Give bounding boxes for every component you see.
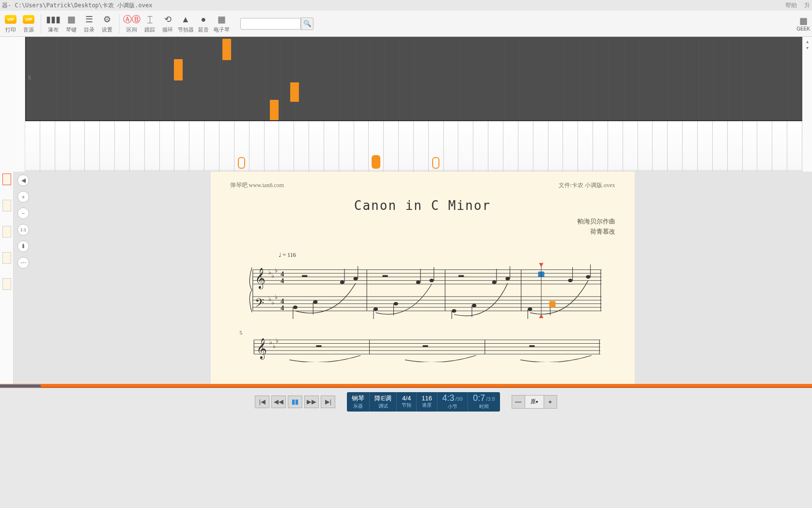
tempo-info[interactable]: 116 速度 <box>417 392 437 412</box>
white-key[interactable] <box>250 121 265 172</box>
white-key[interactable] <box>219 121 234 172</box>
page-down-button[interactable]: ⬇ <box>17 240 29 252</box>
sustain-button[interactable]: ● 延音 <box>195 12 212 35</box>
white-key[interactable] <box>145 121 160 172</box>
white-key[interactable] <box>204 121 219 172</box>
source-button[interactable]: VIP 音源 <box>20 12 37 35</box>
metronome-button[interactable]: ▲ 节拍器 <box>177 12 194 35</box>
search-input[interactable] <box>240 18 301 30</box>
white-key[interactable] <box>473 121 488 172</box>
white-key[interactable] <box>623 121 638 172</box>
forward-button[interactable]: ▶▶ <box>304 396 319 408</box>
expand-down-icon[interactable]: ▾ <box>806 45 809 50</box>
white-key[interactable] <box>234 121 250 172</box>
score-viewport[interactable]: 弹琴吧 www.tan8.com 文件:卡农 小调版.ovex Canon in… <box>33 172 812 384</box>
section-button[interactable]: ⒶⒷ 区间 <box>123 12 141 35</box>
white-key[interactable] <box>189 121 204 172</box>
more-button[interactable]: ⋯ <box>17 257 29 269</box>
white-key[interactable] <box>518 121 533 172</box>
zoom-out-button[interactable]: － <box>17 207 29 219</box>
white-key[interactable] <box>593 121 608 172</box>
loop-button[interactable]: ⟲ 循环 <box>159 12 176 35</box>
zoom-plus-button[interactable]: ＋ <box>544 395 557 409</box>
white-key[interactable] <box>160 121 175 172</box>
white-key[interactable] <box>40 121 55 172</box>
timesig-info[interactable]: 4/4 节拍 <box>397 392 417 412</box>
collapse-up-icon[interactable]: ▴ <box>806 39 809 44</box>
search-button[interactable]: 🔍 <box>301 17 313 30</box>
white-key[interactable] <box>130 121 145 172</box>
piano-keyboard[interactable] <box>25 120 802 172</box>
white-key[interactable] <box>399 121 414 172</box>
thumbnail-page[interactable] <box>2 200 11 211</box>
timeline-scrubber[interactable] <box>0 384 812 388</box>
white-key[interactable] <box>354 121 369 172</box>
white-key[interactable] <box>772 121 787 172</box>
zoom-current[interactable]: 原▾ <box>525 395 544 409</box>
print-button[interactable]: VIP 打印 <box>2 12 19 35</box>
upgrade-link[interactable]: 升 <box>804 1 810 10</box>
thumbnail-page[interactable] <box>2 226 11 238</box>
white-key[interactable] <box>458 121 473 172</box>
white-key[interactable] <box>429 121 444 172</box>
white-key[interactable] <box>85 121 100 172</box>
play-pause-button[interactable]: ▮▮ <box>288 396 302 408</box>
white-key[interactable] <box>713 121 728 172</box>
white-key[interactable] <box>787 121 802 172</box>
keyboard-button[interactable]: ▦ 琴键 <box>62 12 80 35</box>
falling-notes-area[interactable]: 5 <box>25 37 802 120</box>
white-key[interactable] <box>757 121 772 172</box>
thumbnail-page[interactable] <box>2 252 11 264</box>
white-key[interactable] <box>70 121 85 172</box>
white-key[interactable] <box>728 121 743 172</box>
instrument-info[interactable]: 钢琴 乐器 <box>347 392 370 412</box>
back-button[interactable]: ◀ <box>17 175 29 186</box>
catalog-button[interactable]: ☰ 目录 <box>80 12 98 35</box>
white-key[interactable] <box>653 121 668 172</box>
epiano-button[interactable]: ▦ 电子琴 <box>213 12 230 35</box>
zoom-minus-button[interactable]: — <box>512 395 525 409</box>
white-key[interactable] <box>309 121 324 172</box>
white-key[interactable] <box>55 121 70 172</box>
key-info[interactable]: 降E调 调试 <box>370 392 397 412</box>
white-key[interactable] <box>503 121 518 172</box>
thumbnail-page[interactable] <box>2 174 11 185</box>
rewind-button[interactable]: ◀◀ <box>271 396 286 408</box>
white-key[interactable] <box>668 121 683 172</box>
waterfall-button[interactable]: ▮▮▮ 瀑布 <box>45 12 62 35</box>
help-link[interactable]: 帮助 <box>785 1 797 10</box>
measure-info[interactable]: 4:3/99 小节 <box>437 392 468 412</box>
geek-button[interactable]: ▦ GEEK <box>796 16 810 32</box>
white-key[interactable] <box>698 121 713 172</box>
white-key[interactable] <box>444 121 459 172</box>
white-key[interactable] <box>414 121 429 172</box>
white-key[interactable] <box>369 121 384 172</box>
thumbnail-page[interactable] <box>2 278 11 290</box>
white-key[interactable] <box>743 121 758 172</box>
white-key[interactable] <box>265 121 280 172</box>
track-button[interactable]: ⌶ 跟踪 <box>141 12 158 35</box>
fit-button[interactable]: 1:1 <box>17 224 29 236</box>
white-key[interactable] <box>294 121 309 172</box>
white-key[interactable] <box>324 121 339 172</box>
white-key[interactable] <box>384 121 399 172</box>
white-key[interactable] <box>548 121 563 172</box>
white-key[interactable] <box>279 121 294 172</box>
white-key[interactable] <box>174 121 189 172</box>
settings-button[interactable]: ⚙ 设置 <box>98 12 116 35</box>
zoom-in-button[interactable]: ＋ <box>17 191 29 203</box>
white-key[interactable] <box>683 121 698 172</box>
white-key[interactable] <box>115 121 130 172</box>
white-key[interactable] <box>533 121 548 172</box>
white-key[interactable] <box>100 121 115 172</box>
next-button[interactable]: ▶| <box>321 396 335 408</box>
prev-button[interactable]: |◀ <box>255 396 269 408</box>
white-key[interactable] <box>563 121 578 172</box>
white-key[interactable] <box>638 121 653 172</box>
white-key[interactable] <box>488 121 503 172</box>
white-key[interactable] <box>25 121 40 172</box>
time-info[interactable]: 0:7/3:8 时间 <box>468 392 500 412</box>
white-key[interactable] <box>339 121 354 172</box>
white-key[interactable] <box>608 121 623 172</box>
white-key[interactable] <box>578 121 593 172</box>
